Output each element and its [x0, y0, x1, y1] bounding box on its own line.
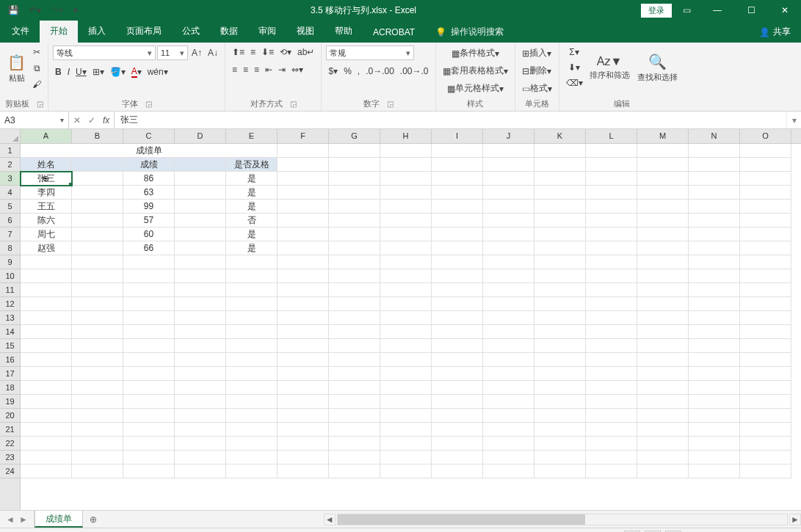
cell[interactable]: [740, 269, 791, 283]
cell[interactable]: [226, 297, 278, 311]
enter-icon[interactable]: ✓: [88, 115, 95, 125]
cell[interactable]: [329, 214, 380, 227]
cell[interactable]: [483, 186, 534, 200]
cell[interactable]: [534, 409, 586, 423]
cell[interactable]: [21, 409, 72, 423]
cell[interactable]: [534, 283, 586, 297]
cell[interactable]: [432, 158, 483, 172]
cell[interactable]: [72, 409, 123, 423]
cell[interactable]: [432, 381, 483, 395]
cell[interactable]: [380, 144, 432, 158]
font-color-icon[interactable]: A▾: [129, 65, 144, 79]
col-header[interactable]: E: [226, 129, 278, 143]
cell[interactable]: [329, 325, 380, 339]
col-header[interactable]: N: [689, 129, 740, 143]
cell[interactable]: [740, 367, 791, 381]
cell[interactable]: [72, 423, 123, 437]
border-icon[interactable]: ⊞▾: [90, 65, 106, 79]
cell[interactable]: [329, 311, 380, 325]
cell[interactable]: [586, 353, 637, 367]
cell[interactable]: [689, 409, 740, 423]
cell[interactable]: [483, 339, 534, 353]
cell[interactable]: [278, 381, 329, 395]
cell[interactable]: 66: [123, 241, 175, 255]
number-launcher-icon[interactable]: ◲: [387, 100, 394, 108]
cell[interactable]: [226, 451, 278, 464]
cell[interactable]: [380, 325, 432, 339]
cell[interactable]: [534, 437, 586, 451]
row-header[interactable]: 12: [0, 297, 20, 311]
cell[interactable]: [534, 186, 586, 200]
italic-button[interactable]: I: [65, 65, 72, 79]
cell[interactable]: [72, 283, 123, 297]
cell[interactable]: [72, 297, 123, 311]
tab-insert[interactable]: 插入: [78, 21, 116, 43]
align-middle-icon[interactable]: ≡: [248, 45, 258, 59]
row-header[interactable]: 8: [0, 241, 20, 255]
cell[interactable]: 是: [226, 186, 278, 200]
row-header[interactable]: 17: [0, 367, 20, 381]
cell[interactable]: [72, 367, 123, 381]
cell[interactable]: [21, 255, 72, 269]
cell[interactable]: [689, 464, 740, 478]
cell[interactable]: [175, 297, 226, 311]
cell[interactable]: [534, 339, 586, 353]
cell[interactable]: [689, 325, 740, 339]
cell[interactable]: [380, 255, 432, 269]
minimize-button[interactable]: —: [701, 0, 733, 21]
cell[interactable]: [483, 269, 534, 283]
cell[interactable]: 99: [123, 200, 175, 214]
cell[interactable]: [380, 395, 432, 409]
cell[interactable]: [586, 227, 637, 241]
cell[interactable]: [175, 200, 226, 214]
cell[interactable]: [689, 283, 740, 297]
cell[interactable]: [432, 395, 483, 409]
cell[interactable]: [740, 311, 791, 325]
cell[interactable]: [278, 409, 329, 423]
cell[interactable]: [740, 325, 791, 339]
row-header[interactable]: 18: [0, 381, 20, 395]
tab-data[interactable]: 数据: [210, 21, 248, 43]
clear-icon[interactable]: ⌫▾: [564, 76, 585, 90]
formula-input[interactable]: 张三: [115, 112, 786, 128]
cell[interactable]: [175, 339, 226, 353]
cell[interactable]: [689, 144, 740, 158]
cell[interactable]: [432, 241, 483, 255]
login-button[interactable]: 登录: [641, 4, 672, 18]
cell[interactable]: [432, 339, 483, 353]
cell[interactable]: [226, 269, 278, 283]
cell[interactable]: [689, 214, 740, 227]
format-cells-button[interactable]: ▭ 格式 ▾: [520, 81, 554, 96]
row-header[interactable]: 5: [0, 200, 20, 214]
align-top-icon[interactable]: ⬆≡: [230, 45, 247, 59]
cell[interactable]: 王五: [21, 200, 72, 214]
cell[interactable]: [740, 381, 791, 395]
cell[interactable]: [483, 172, 534, 186]
cell[interactable]: [637, 227, 689, 241]
cell[interactable]: 成绩单: [21, 144, 278, 158]
cell[interactable]: [21, 353, 72, 367]
cell[interactable]: [123, 325, 175, 339]
cell[interactable]: [380, 227, 432, 241]
underline-button[interactable]: U ▾: [73, 65, 89, 79]
cell[interactable]: [329, 381, 380, 395]
cell[interactable]: [637, 464, 689, 478]
cell[interactable]: 57: [123, 214, 175, 227]
col-header[interactable]: A: [21, 129, 72, 143]
cell[interactable]: [21, 311, 72, 325]
cell[interactable]: [72, 269, 123, 283]
cell[interactable]: [278, 269, 329, 283]
cell[interactable]: [689, 367, 740, 381]
cell[interactable]: [637, 311, 689, 325]
cell[interactable]: [278, 186, 329, 200]
row-header[interactable]: 16: [0, 353, 20, 367]
cell[interactable]: [175, 451, 226, 464]
cell[interactable]: [586, 311, 637, 325]
add-sheet-icon[interactable]: ⊕: [83, 511, 104, 528]
cell[interactable]: [689, 200, 740, 214]
find-select-button[interactable]: 🔍 查找和选择: [634, 51, 681, 84]
cell[interactable]: [123, 437, 175, 451]
cell[interactable]: [175, 437, 226, 451]
cell[interactable]: [175, 353, 226, 367]
cell[interactable]: [329, 283, 380, 297]
